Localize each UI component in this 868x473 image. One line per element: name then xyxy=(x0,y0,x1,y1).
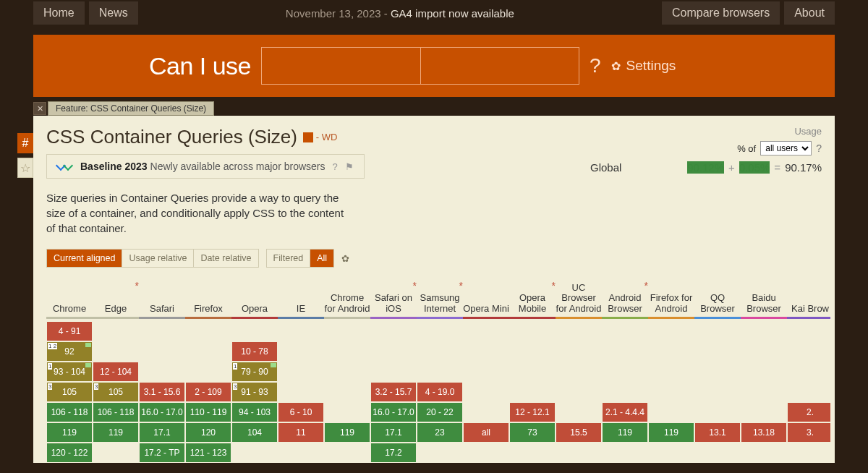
support-cell[interactable]: 12 - 12.1 xyxy=(510,403,555,422)
support-cell[interactable]: 1053 xyxy=(47,383,92,401)
feature-tab[interactable]: Feature: CSS Container Queries (Size) xyxy=(48,101,214,116)
support-cell[interactable]: 3. xyxy=(788,423,830,442)
browser-header[interactable]: Opera Mobile* xyxy=(509,281,556,317)
browser-header[interactable]: QQ Browser xyxy=(694,281,741,317)
support-cell[interactable]: 121 - 123 xyxy=(186,443,231,462)
support-cell[interactable]: 3.1 - 15.6 xyxy=(140,383,184,401)
support-cell[interactable]: 15.5 xyxy=(556,423,601,442)
support-cell[interactable]: 4 - 19.0 xyxy=(417,383,462,401)
browser-header[interactable]: Chrome for Android xyxy=(324,281,370,317)
align-current-aligned[interactable]: Current aligned xyxy=(47,250,122,267)
support-cell[interactable]: 119 xyxy=(93,423,138,442)
browser-header[interactable]: Firefox for Android xyxy=(648,281,694,317)
hash-tab[interactable]: # xyxy=(17,133,33,153)
support-cell xyxy=(695,443,740,462)
browser-col: Chrome for Android119 xyxy=(324,281,370,463)
support-cell[interactable]: 17.1 xyxy=(371,423,416,442)
baseline-badge[interactable]: Baseline 2023 Newly available across maj… xyxy=(46,154,365,179)
support-cell[interactable]: 4 - 91 xyxy=(47,322,92,341)
support-cell[interactable]: 20 - 22 xyxy=(417,403,462,422)
support-cell[interactable]: 106 - 118 xyxy=(47,403,92,422)
browser-header[interactable]: Opera Mini xyxy=(463,281,509,317)
browser-col: Chrome4 - 91921 293 - 10411053106 - 1181… xyxy=(46,281,93,463)
support-cell[interactable]: 119 xyxy=(603,423,647,442)
usage-select[interactable]: all users xyxy=(760,141,812,155)
support-cell[interactable]: 91 - 933 xyxy=(232,383,277,401)
support-cell[interactable]: 79 - 901 xyxy=(232,362,277,381)
support-cell[interactable]: 73 xyxy=(510,423,555,442)
support-cell[interactable]: 17.1 xyxy=(140,423,184,442)
support-cell xyxy=(140,362,184,381)
support-cell xyxy=(603,322,647,341)
support-cell[interactable]: 104 xyxy=(232,423,277,442)
support-cell[interactable]: 120 - 122 xyxy=(47,443,92,462)
support-cell[interactable]: 16.0 - 17.0 xyxy=(140,403,184,422)
support-cell[interactable]: 16.0 - 17.0 xyxy=(371,403,416,422)
support-cell[interactable]: 2 - 109 xyxy=(186,383,231,401)
support-cell[interactable]: 106 - 118 xyxy=(93,403,138,422)
support-cell[interactable]: 1053 xyxy=(93,383,138,401)
support-cell xyxy=(417,322,462,341)
browser-header[interactable]: Firefox xyxy=(185,281,231,317)
support-grid: Chrome4 - 91921 293 - 10411053106 - 1181… xyxy=(33,281,830,463)
search-input[interactable] xyxy=(261,47,579,85)
nav-news[interactable]: News xyxy=(89,1,138,25)
support-cell[interactable]: all xyxy=(464,423,509,442)
question-mark: ? xyxy=(590,54,601,77)
browser-header[interactable]: Safari xyxy=(139,281,185,317)
support-cell[interactable]: 93 - 1041 xyxy=(47,362,92,381)
browser-header[interactable]: Opera xyxy=(231,281,278,317)
support-cell[interactable]: 11 xyxy=(278,423,323,442)
browser-header[interactable]: Chrome xyxy=(46,281,93,317)
support-cell[interactable]: 119 xyxy=(47,423,92,442)
browser-header[interactable]: Edge* xyxy=(93,281,139,317)
browser-header[interactable]: Baidu Browser xyxy=(741,281,787,317)
support-cell[interactable]: 119 xyxy=(649,423,694,442)
nav-about[interactable]: About xyxy=(784,1,835,25)
support-cell[interactable]: 13.18 xyxy=(741,423,786,442)
support-cell[interactable]: 120 xyxy=(186,423,231,442)
filter-filtered[interactable]: Filtered xyxy=(267,250,311,267)
support-cell[interactable]: 94 - 103 xyxy=(232,403,277,422)
support-cell[interactable]: 3.2 - 15.7 xyxy=(371,383,416,401)
support-cell[interactable]: 119 xyxy=(325,423,370,442)
browser-underline xyxy=(556,317,602,319)
close-tab-button[interactable]: ✕ xyxy=(33,102,46,115)
align-usage-relative[interactable]: Usage relative xyxy=(122,250,194,267)
align-date-relative[interactable]: Date relative xyxy=(194,250,258,267)
support-cell[interactable]: 6 - 10 xyxy=(278,403,323,422)
filter-all[interactable]: All xyxy=(310,250,333,267)
usage-help-icon[interactable]: ? xyxy=(816,142,822,154)
support-cell[interactable]: 12 - 104 xyxy=(93,362,138,381)
browser-col: Firefox for Android119 xyxy=(648,281,694,463)
grid-settings-icon[interactable]: ✿ xyxy=(341,253,349,264)
support-cell[interactable]: 921 2 xyxy=(47,342,92,361)
help-icon[interactable]: ? xyxy=(333,161,338,172)
nav-compare[interactable]: Compare browsers xyxy=(662,1,780,25)
browser-header[interactable]: UC Browser for Android xyxy=(556,281,602,317)
support-cell[interactable]: 10 - 78 xyxy=(232,342,277,361)
flag-icon[interactable]: ⚑ xyxy=(345,161,354,172)
support-cell[interactable]: 23 xyxy=(417,423,462,442)
nav-home[interactable]: Home xyxy=(33,1,85,25)
spec-badge[interactable]: - WD xyxy=(303,132,338,142)
browser-header[interactable]: Samsung Internet* xyxy=(417,281,463,317)
support-cell xyxy=(232,443,277,462)
browser-header[interactable]: IE xyxy=(278,281,324,317)
settings-button[interactable]: ✿ Settings xyxy=(611,58,676,74)
support-cell xyxy=(556,383,601,401)
browser-header[interactable]: Safari on iOS* xyxy=(370,281,417,317)
support-cell[interactable]: 2. xyxy=(788,403,830,422)
support-cell[interactable]: 2.1 - 4.4.4 xyxy=(603,403,647,422)
browser-header[interactable]: Android Browser* xyxy=(602,281,648,317)
support-cell[interactable]: 17.2 xyxy=(371,443,416,462)
browser-col: Edge*12 - 1041053106 - 118119 xyxy=(93,281,139,463)
note-tag: 3 xyxy=(48,383,52,390)
note-tag: 1 2 xyxy=(48,343,57,349)
support-cell[interactable]: 17.2 - TP xyxy=(140,443,184,462)
star-tab[interactable]: ☆ xyxy=(17,158,33,178)
support-cell[interactable]: 13.1 xyxy=(695,423,740,442)
news-banner[interactable]: November 13, 2023 - GA4 import now avail… xyxy=(142,7,658,20)
browser-header[interactable]: Kai Brow xyxy=(787,281,830,317)
support-cell[interactable]: 110 - 119 xyxy=(186,403,231,422)
